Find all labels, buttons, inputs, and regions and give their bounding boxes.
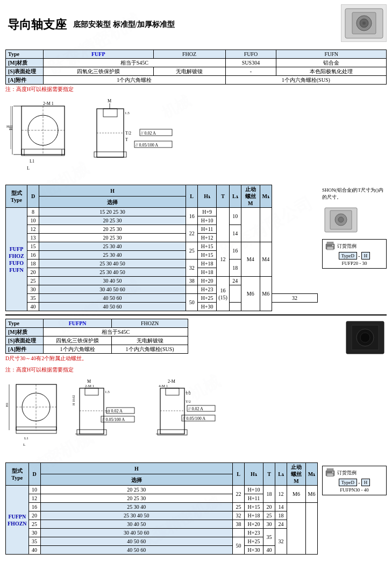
s2-m-m6: M6 [287, 486, 306, 503]
s2-order-label-row: 订货范例 [325, 468, 384, 477]
s2-d-25: 25 [28, 520, 40, 529]
s2-h-16: 25 30 40 [40, 503, 232, 511]
s2-d-16: 16 [28, 503, 40, 511]
s2-accessory-fufpn: 1个内六角螺栓 [44, 345, 112, 354]
svg-text:H 10.02: H 10.02 [72, 395, 75, 405]
d-13: 13 [27, 234, 39, 242]
page-subtitle: 底部安装型 标准型/加厚标准型 [73, 20, 175, 30]
s2-h1-35: H+25 [245, 537, 263, 546]
s2-t-35: 35 [263, 529, 275, 546]
surface-fhoz: 无电解镀镍 [153, 67, 225, 76]
section2-order-wrapper: 订货范例 TypeD - H FUFPN30 - 40 [322, 462, 387, 495]
section1-note: 注：高度H可以根据需要指定 [5, 86, 387, 93]
table-row: FUFPNFHOZN 10 20 25 30 22 H+10 18 12 M6 … [6, 486, 318, 494]
s2-th-t: T [263, 463, 275, 486]
svg-text:L1: L1 [24, 436, 28, 440]
m-group1 [241, 208, 260, 242]
material-label: [M]材质 [6, 59, 44, 67]
svg-point-41 [332, 245, 333, 246]
section2-spec-wrapper: 型式Type D H L H₁ T L₁ 止动螺丝M M₁ 选择 [5, 462, 318, 555]
th-type: 型式Type [6, 185, 27, 208]
d-8: 8 [27, 208, 39, 216]
s2-d-40: 40 [28, 546, 40, 555]
m-m4: M4 [241, 242, 260, 277]
s2-th-h1: H₁ [245, 463, 263, 486]
s2-t-25: 25 [263, 511, 275, 520]
s2-fufpn-header: FUFPN [44, 319, 112, 328]
section1-diagram-svg: H1 H L1 L 2-M 1 M [5, 95, 242, 181]
s2-l-32: 32 [233, 511, 245, 520]
section2-info-table: Type FUFPN FHOZN [M]材质 相当于S45C [S]表面处理 四… [5, 319, 188, 354]
s2-d-12: 12 [28, 494, 40, 503]
h1-15: H+15 [198, 242, 217, 251]
order-typed: TypeD [339, 252, 357, 260]
s2-accessory-label: [A]附件 [6, 345, 44, 354]
h1-8: H+9 [198, 208, 217, 216]
s2-order-type-row: TypeD - H [325, 479, 384, 486]
l1-32 [229, 285, 241, 303]
th-l1: L₁ [229, 185, 241, 208]
s2-th-h-select: 选择 [40, 474, 232, 486]
section2-left: Type FUFPN FHOZN [M]材质 相当于S45C [S]表面处理 四… [5, 319, 339, 364]
svg-text:L1: L1 [30, 159, 34, 164]
l-16: 16 [186, 208, 198, 225]
svg-rect-40 [327, 247, 333, 250]
d-20: 20 [27, 268, 39, 277]
l-22: 22 [186, 225, 198, 242]
s2-d-10: 10 [28, 486, 40, 494]
d-18: 18 [27, 260, 39, 268]
s2-l-38: 38 [233, 520, 245, 529]
s2-order-typed: TypeD [339, 479, 357, 486]
order-example-1: 订货范例 TypeD - H FUFP20 - 30 [322, 239, 387, 269]
h-12: 20 25 30 [39, 225, 186, 234]
s2-fhozn-header: FHOZN [112, 319, 188, 328]
s2-d-20: 20 [28, 511, 40, 520]
l-32: 32 [186, 260, 198, 277]
s2-h-20: 25 30 40 50 [40, 511, 232, 520]
s2-th-l1: L₁ [275, 463, 287, 486]
table-row: 20 25 30 40 50 32 H+18 25 18 [6, 511, 318, 520]
order-label-row: 订货范例 [325, 242, 384, 250]
s2-t-40: 40 [263, 546, 275, 555]
svg-point-87 [332, 472, 333, 473]
svg-text:2-M 1: 2-M 1 [43, 101, 54, 106]
h-10: 20 25 30 [39, 216, 186, 225]
th-m1: M₁ [260, 185, 272, 208]
order-dash1: - [358, 253, 360, 259]
s2-order-example-text: FUFPN30 - 40 [325, 487, 384, 493]
order-example-text: FUFP20 - 30 [325, 261, 384, 266]
accessory-fufo: 1个内六角螺栓(SUS) [225, 76, 386, 85]
s2-order-dash1: - [358, 479, 360, 486]
svg-text:M: M [87, 379, 91, 384]
svg-text:H: H [6, 124, 9, 129]
h1-30: H+23 [198, 285, 217, 294]
shon-note: SHON(铝合金)的T尺寸为()内的尺寸。 [322, 187, 387, 201]
svg-text:// 0.05/100 A: // 0.05/100 A [183, 416, 205, 421]
s2-l1-12: 12 [275, 486, 287, 503]
h1-20: H+18 [198, 268, 217, 277]
t-group1 [217, 208, 230, 242]
h-15: 25 30 40 [39, 242, 186, 251]
h-20: 25 30 40 50 [39, 268, 186, 277]
s2-h1-25: H+20 [245, 520, 263, 529]
svg-text:// 0.05/100 A: // 0.05/100 A [136, 143, 158, 148]
section-divider [5, 314, 387, 315]
s2-l1-24: 24 [275, 520, 287, 529]
l1-empty [229, 303, 241, 311]
svg-rect-86 [327, 473, 333, 476]
s2-accessory-fhozn: 1个内六角螺栓(SUS) [112, 345, 188, 354]
surface-fufp: 四氧化三铁保护膜 [44, 67, 154, 76]
table-row: 40 40 50 60 H+30 40 [6, 546, 318, 555]
l-50: 50 [186, 294, 198, 311]
h-40: 40 50 60 [39, 303, 186, 311]
s2-l1-18: 18 [275, 511, 287, 520]
h-8: 15 20 25 30 [39, 208, 186, 216]
s2-l-22: 22 [233, 486, 245, 503]
h-25: 30 40 50 [39, 277, 186, 285]
table-row: 25 30 40 50 38 H+20 30 24 [6, 520, 318, 529]
svg-text:L: L [27, 166, 30, 171]
svg-text:H1: H1 [5, 402, 9, 407]
s2-surface-fhozn: 无电解镀镍 [112, 336, 188, 345]
h1-10: H+10 [198, 216, 217, 225]
svg-rect-39 [327, 242, 333, 244]
